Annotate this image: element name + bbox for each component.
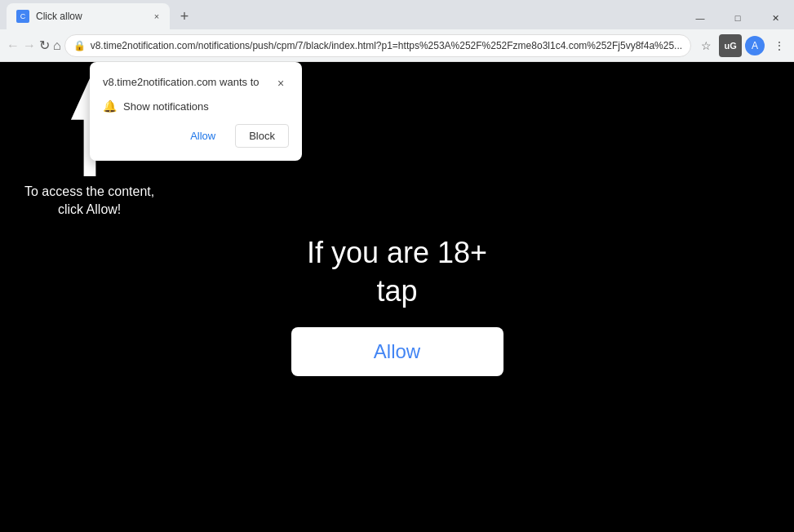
permission-text: Show notifications [123,100,209,113]
popup-close-button[interactable]: × [273,75,289,91]
close-window-button[interactable]: ✕ [756,7,794,29]
tab-title: Click allow [36,11,144,22]
browser-frame: C Click allow × + — □ ✕ ← → ↻ ⌂ 🔒 [0,0,794,532]
main-content: If you are 18+ tap Allow [291,234,503,376]
tab-close-button[interactable]: × [150,10,163,23]
menu-button[interactable]: ⋮ [768,34,791,57]
bell-icon: 🔔 [103,100,117,113]
toolbar: ← → ↻ ⌂ 🔒 v8.time2notification.com/notif… [0,29,794,62]
headline: If you are 18+ tap [307,234,487,311]
address-bar[interactable]: 🔒 v8.time2notification.com/notifications… [64,34,691,57]
home-button[interactable]: ⌂ [53,33,61,59]
url-text: v8.time2notification.com/notifications/p… [91,40,682,51]
popup-title: v8.time2notification.com wants to [103,75,259,90]
tab-bar: C Click allow × + — □ ✕ [0,0,794,29]
active-tab[interactable]: C Click allow × [7,3,170,29]
refresh-button[interactable]: ↻ [39,33,50,59]
new-tab-button[interactable]: + [173,5,196,28]
popup-permission: 🔔 Show notifications [103,100,289,113]
headline-line2: tap [307,273,487,311]
avatar: A [745,36,765,55]
account-button[interactable]: A [743,34,766,57]
extension-button[interactable]: uG [719,34,742,57]
minimize-button[interactable]: — [681,7,719,29]
toolbar-right: ☆ uG A ⋮ [694,34,791,57]
page-content: v8.time2notification.com wants to × 🔔 Sh… [0,62,794,532]
maximize-button[interactable]: □ [719,7,756,29]
popup-buttons: Allow Block [103,124,289,148]
notification-popup: v8.time2notification.com wants to × 🔔 Sh… [90,62,302,161]
forward-button[interactable]: → [23,33,36,59]
instruction-text: To access the content, click Allow! [24,183,154,219]
popup-header: v8.time2notification.com wants to × [103,75,289,91]
headline-line1: If you are 18+ [307,234,487,273]
tab-favicon: C [16,10,29,23]
lock-icon: 🔒 [73,40,86,51]
popup-block-button[interactable]: Block [235,124,289,148]
bookmark-button[interactable]: ☆ [694,34,717,57]
main-allow-button[interactable]: Allow [291,327,503,376]
back-button[interactable]: ← [7,33,20,59]
popup-allow-button[interactable]: Allow [177,124,228,148]
